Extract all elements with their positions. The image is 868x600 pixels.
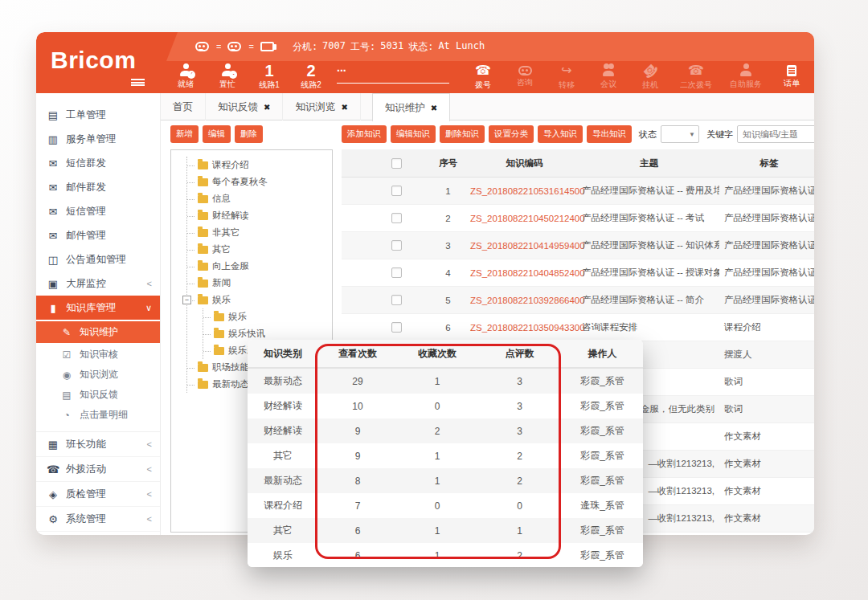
- edit-knowledge-button[interactable]: 编辑知识: [391, 125, 436, 143]
- sidebar-item-outbound[interactable]: ☎ 外拨活动 <: [36, 457, 160, 482]
- tree-node[interactable]: 财经解读: [187, 207, 332, 224]
- tree-node[interactable]: 课程介绍: [187, 157, 332, 173]
- video-icon[interactable]: [260, 42, 274, 51]
- sidebar-item-mail-broadcast[interactable]: ✉ 邮件群发: [36, 175, 160, 199]
- keyword-label: 关键字: [706, 129, 733, 141]
- folder-icon: [214, 347, 224, 355]
- status-select[interactable]: ▼: [661, 125, 699, 143]
- hangup-button[interactable]: ☎ 挂机: [629, 63, 671, 93]
- row-checkbox[interactable]: [391, 322, 402, 333]
- tab-home[interactable]: 首页: [161, 93, 206, 120]
- add-knowledge-button[interactable]: 添加知识: [342, 125, 387, 143]
- row-checkbox[interactable]: [391, 186, 402, 196]
- sidebar-item-click-detail[interactable]: ◔ 点击量明细: [36, 405, 160, 425]
- chat-icon[interactable]: [227, 42, 241, 51]
- knowledge-code-link[interactable]: ZS_2018082210404852400: [470, 268, 579, 278]
- sidebar-item-system[interactable]: ⚙ 系统管理 <: [36, 507, 160, 532]
- table-row[interactable]: 5 ZS_2018082210392866400 产品经理国际资格认证 -- 简…: [342, 287, 814, 314]
- row-checkbox[interactable]: [391, 213, 402, 223]
- table-header: 序号 知识编码 主题 标签: [342, 149, 814, 178]
- agent-busy-button[interactable]: − 置忙: [207, 63, 248, 93]
- folder-icon: [214, 330, 224, 338]
- tree-node[interactable]: 其它: [187, 241, 332, 258]
- table-row[interactable]: 2 ZS_2018082210450212400 产品经理国际资格认证 -- 考…: [342, 205, 814, 232]
- keyword-input[interactable]: [737, 125, 814, 143]
- popup-row: 财经解读923彩霞_系管: [248, 418, 643, 443]
- tab-knowledge-browse[interactable]: 知识浏览 ✖: [283, 93, 360, 120]
- sidebar-item-knowledge-feedback[interactable]: ▤ 知识反馈: [36, 385, 160, 405]
- sidebar-item-monitor[interactable]: ▣ 大屏监控 <: [36, 271, 160, 296]
- sidebar-item-announcement[interactable]: ◫ 公告通知管理: [36, 247, 160, 271]
- collapse-toggle-icon[interactable]: −: [182, 296, 191, 304]
- consult-button[interactable]: 咨询: [504, 63, 546, 93]
- row-checkbox[interactable]: [391, 267, 402, 278]
- delete-knowledge-button[interactable]: 删除知识: [440, 125, 485, 143]
- callsheet-button[interactable]: 话单: [771, 63, 813, 93]
- popup-col-category: 知识类别: [248, 347, 318, 361]
- sidebar-item-knowledge-browse[interactable]: ◉ 知识浏览: [36, 365, 160, 385]
- table-row[interactable]: 1 ZS_2018082210531614500 产品经理国际资格认证 -- 费…: [342, 178, 814, 205]
- folder-icon: [214, 313, 224, 321]
- call-toolbar: ✓ 就绪 − 置忙 1 线路1 2 线路2 ...: [165, 61, 814, 93]
- close-icon[interactable]: ✖: [431, 104, 437, 112]
- sidebar-item-supervisor[interactable]: ▦ 班长功能 <: [36, 432, 160, 457]
- import-knowledge-button[interactable]: 导入知识: [538, 125, 583, 143]
- consult-icon: [518, 66, 532, 76]
- line1-button[interactable]: 1 线路1: [248, 63, 290, 93]
- sidebar-item-knowledge-audit[interactable]: ☑ 知识审核: [36, 345, 160, 365]
- sidebar-item-serviceticket[interactable]: ▥ 服务单管理: [36, 127, 160, 151]
- knowledge-code-link[interactable]: ZS_2018082210450212400: [470, 214, 579, 223]
- export-knowledge-button[interactable]: 导出知识: [587, 125, 632, 143]
- sidebar-item-qa[interactable]: ◈ 质检管理 <: [36, 482, 160, 507]
- sidebar-item-knowledgebase[interactable]: ▮ 知识库管理 ∨: [36, 296, 160, 320]
- close-icon[interactable]: ✖: [264, 103, 270, 112]
- close-icon[interactable]: ✖: [341, 103, 347, 112]
- hangup-icon: ☎: [640, 60, 661, 82]
- knowledge-code-link[interactable]: ZS_2018082210392866400: [470, 296, 579, 305]
- sidebar-item-sms-broadcast[interactable]: ✉ 短信群发: [36, 151, 160, 175]
- knowledge-code-link[interactable]: ZS_2018082210350943300: [470, 323, 579, 333]
- menu-toggle-icon[interactable]: [131, 79, 145, 86]
- tree-delete-button[interactable]: 删除: [235, 125, 263, 143]
- table-row[interactable]: 6 ZS_2018082210350943300 咨询课程安排 课程介绍: [342, 314, 814, 341]
- line2-button[interactable]: 2 线路2: [290, 63, 332, 93]
- dial-button[interactable]: ☎ 拨号: [462, 63, 504, 93]
- knowledge-code-link[interactable]: ZS_2018082210414959400: [470, 241, 579, 251]
- status-strip: = = 分机: 7007 工号: 5031 状态: At Lunch: [149, 32, 814, 61]
- tree-node[interactable]: 新闻: [187, 275, 332, 292]
- announcement-icon: ◫: [47, 254, 59, 266]
- line-marquee: ...: [337, 63, 457, 93]
- conference-button[interactable]: 会议: [588, 63, 629, 93]
- knowledge-code-link[interactable]: ZS_2018082210531614500: [470, 186, 579, 196]
- sidebar-item-mail-manage[interactable]: ✉ 邮件管理: [36, 223, 160, 247]
- tree-add-button[interactable]: 新增: [170, 125, 199, 143]
- tab-bar: 首页 知识反馈 ✖ 知识浏览 ✖ 知识维护 ✖: [161, 93, 814, 120]
- selfservice-button[interactable]: 自助服务: [721, 63, 771, 93]
- agent-ready-button[interactable]: ✓ 就绪: [165, 63, 207, 93]
- popup-col-reviews: 点评数: [477, 347, 562, 361]
- tree-node[interactable]: 非其它: [187, 224, 332, 241]
- tree-node[interactable]: 每个春夏秋冬: [187, 173, 332, 190]
- tab-knowledge-feedback[interactable]: 知识反馈 ✖: [206, 93, 283, 120]
- row-checkbox[interactable]: [391, 240, 402, 251]
- row-checkbox[interactable]: [391, 295, 402, 305]
- table-row[interactable]: 4 ZS_2018082210404852400 产品经理国际资格认证 -- 授…: [342, 259, 814, 287]
- redial-button[interactable]: ☎ 二次拨号: [671, 63, 721, 93]
- sidebar-item-workorder[interactable]: ▤ 工单管理: [36, 103, 160, 127]
- tree-edit-button[interactable]: 编辑: [203, 125, 231, 143]
- set-category-button[interactable]: 设置分类: [489, 125, 534, 143]
- tree-node[interactable]: 信息: [187, 190, 332, 207]
- sidebar-item-knowledge-maintain[interactable]: ✎ 知识维护: [36, 321, 160, 343]
- supervisor-icon: ▦: [47, 439, 59, 451]
- tree-node[interactable]: 娱乐: [203, 308, 332, 325]
- wechat-icon[interactable]: [195, 42, 209, 51]
- table-row[interactable]: 3 ZS_2018082210414959400 产品经理国际资格认证 -- 知…: [342, 232, 814, 259]
- logout-button[interactable]: → 登出: [813, 63, 814, 93]
- dial-icon: ☎: [475, 63, 491, 78]
- transfer-button[interactable]: ↪ 转移: [546, 63, 588, 93]
- tree-node-expanded[interactable]: − 娱乐: [187, 292, 332, 308]
- tree-node[interactable]: 向上金服: [187, 258, 332, 275]
- tab-knowledge-maintain[interactable]: 知识维护 ✖: [372, 93, 450, 121]
- sidebar-item-sms-manage[interactable]: ✉ 短信管理: [36, 199, 160, 223]
- select-all-checkbox[interactable]: [391, 158, 402, 169]
